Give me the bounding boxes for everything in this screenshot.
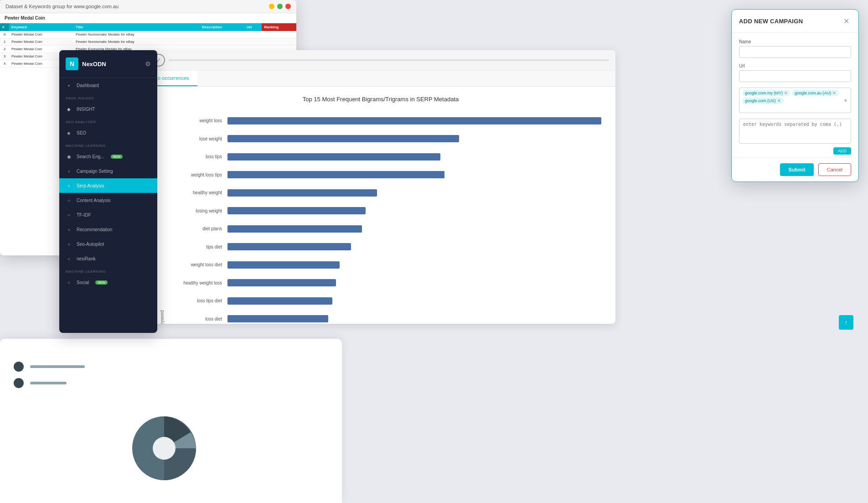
nexirank-icon: ○: [66, 255, 72, 262]
cell-keyword: Pewter Medal Coin: [9, 38, 73, 46]
col-description: Description: [200, 23, 244, 31]
chart-bar-row: [227, 260, 602, 270]
keywords-textarea[interactable]: [739, 119, 851, 144]
chart-bar: [227, 315, 328, 322]
submit-button[interactable]: Submit: [780, 163, 813, 176]
chart-top-bar: ✓: [146, 50, 615, 71]
chart-bar: [227, 153, 440, 161]
add-keyword-button[interactable]: ADD: [833, 147, 851, 155]
sidebar-item-insight[interactable]: ◆ INSIGHT: [59, 102, 157, 116]
sidebar-item-label: Serp Analysis: [77, 183, 104, 188]
sidebar-item-label: nexiRank: [77, 256, 96, 261]
dashboard-icon: ▪: [66, 82, 72, 88]
sidebar-item-label: Campaign Setting: [77, 169, 113, 174]
chart-bar-row: [227, 224, 602, 234]
chart-bar: [227, 297, 332, 305]
tags-container[interactable]: google.com.my (MY) ✕ google.com.au (AU) …: [739, 88, 851, 113]
settings-icon[interactable]: ⚙: [145, 60, 151, 67]
sidebar-item-label: TF-IDF: [77, 213, 91, 218]
cell-desc: [200, 38, 244, 46]
chart-tab-bar: Co occurrences: [146, 71, 615, 87]
modal-title: ADD NEW CAMPAIGN: [739, 18, 803, 25]
line-2: [30, 382, 67, 384]
sidebar-item-seo[interactable]: ◈ SEO: [59, 125, 157, 140]
url-label: Url: [739, 63, 851, 68]
modal-close-button[interactable]: ✕: [841, 16, 851, 26]
dot-row-2: [14, 378, 328, 388]
y-label: loss tips diet: [197, 298, 222, 304]
sidebar-item-label: INSIGHT: [77, 107, 95, 112]
sidebar-item-dashboard[interactable]: ▪ Dashboard: [59, 78, 157, 93]
sidebar-item-label: Recommendation: [77, 227, 112, 232]
scroll-to-top-button[interactable]: ↑: [839, 315, 853, 330]
name-input[interactable]: [739, 46, 851, 58]
url-field: Url: [739, 63, 851, 82]
sidebar-item-campaign-setting[interactable]: ○ Campaign Setting: [59, 164, 157, 178]
tag-remove-us[interactable]: ✕: [777, 99, 781, 103]
tag-remove-my[interactable]: ✕: [784, 91, 788, 95]
line-1: [30, 365, 85, 368]
sidebar-item-serp-analysis[interactable]: ○ Serp Analysis: [59, 178, 157, 193]
chart-bar: [227, 243, 351, 250]
dropdown-arrow-icon[interactable]: ▼: [843, 98, 848, 103]
sidebar-header: N NexODN ⚙: [59, 50, 157, 78]
logo-text: NexODN: [82, 61, 106, 67]
chart-bar: [227, 117, 601, 124]
seo-autopilot-icon: ○: [66, 241, 72, 247]
name-field: Name: [739, 39, 851, 58]
sidebar-item-label: Social: [77, 280, 89, 285]
sidebar-item-seo-autopilot[interactable]: ○ Seo-Autopilot: [59, 237, 157, 251]
modal-footer: Submit Cancel: [732, 157, 858, 181]
cancel-button[interactable]: Cancel: [818, 163, 851, 176]
social-icon: ○: [66, 279, 72, 285]
tag-label: google.com.au (AU): [795, 91, 831, 95]
tags-field: google.com.my (MY) ✕ google.com.au (AU) …: [739, 88, 851, 113]
cell-url: [244, 31, 262, 38]
insight-icon: ◆: [66, 106, 72, 112]
y-label: loss diet: [205, 316, 222, 322]
close-button[interactable]: [285, 4, 291, 9]
url-input[interactable]: [739, 70, 851, 82]
search-engine-icon: ◉: [66, 153, 72, 160]
tag-us: google.com (US) ✕: [742, 98, 784, 104]
tag-my: google.com.my (MY) ✕: [742, 90, 790, 96]
sidebar-item-content-analysis[interactable]: ○ Content Analysis: [59, 193, 157, 207]
tag-au: google.com.au (AU) ✕: [792, 90, 839, 96]
table-row: 1 Pewter Medal Coin Pewter Numismatic Me…: [0, 38, 296, 46]
minimize-button[interactable]: [269, 4, 274, 9]
sidebar-item-label: Search Eng...: [77, 154, 104, 159]
row-num: 0: [0, 31, 9, 38]
sidebar-item-search-engine[interactable]: ◉ Search Eng... NEW: [59, 149, 157, 164]
chart-bar-row: [227, 170, 602, 180]
y-label: tips diet: [207, 244, 222, 250]
seo-icon: ◈: [66, 130, 72, 136]
chart-bar-row: [227, 188, 602, 198]
chart-bars-area: [227, 112, 602, 324]
y-label: weight loss: [200, 118, 222, 124]
col-ranking: Ranking: [262, 23, 296, 31]
dataset-subtitle: Pewter Medal Coin: [0, 13, 296, 23]
sidebar-item-recommendation[interactable]: ○ Recommendation: [59, 222, 157, 237]
y-label: lose weight: [199, 136, 222, 142]
cell-ranking: [262, 31, 296, 38]
sidebar-item-label: Dashboard: [77, 83, 99, 88]
maximize-button[interactable]: [277, 4, 283, 9]
row-num: 1: [0, 38, 9, 46]
campaign-modal: ADD NEW CAMPAIGN ✕ Name Url google.com.m…: [731, 9, 859, 182]
row-num: 4: [0, 60, 9, 67]
chart-bar-row: [227, 152, 602, 162]
sidebar-item-tf-idf[interactable]: ○ TF-IDF: [59, 207, 157, 222]
chart-bar-row: [227, 278, 602, 288]
sidebar-item-social[interactable]: ○ Social NEW: [59, 275, 157, 290]
cell-title: Pewter Numismatic Medals for eBay: [73, 31, 200, 38]
tf-idf-icon: ○: [66, 212, 72, 218]
cell-desc: [200, 31, 244, 38]
chart-bar-row: [227, 206, 602, 216]
table-row: 0 Pewter Medal Coin Pewter Numismatic Me…: [0, 31, 296, 38]
content-analysis-icon: ○: [66, 197, 72, 203]
tag-remove-au[interactable]: ✕: [832, 91, 836, 95]
chart-bar-row: [227, 242, 602, 252]
sidebar-item-nexirank[interactable]: ○ nexiRank: [59, 251, 157, 266]
bottom-panel: [0, 339, 342, 503]
name-label: Name: [739, 39, 851, 44]
